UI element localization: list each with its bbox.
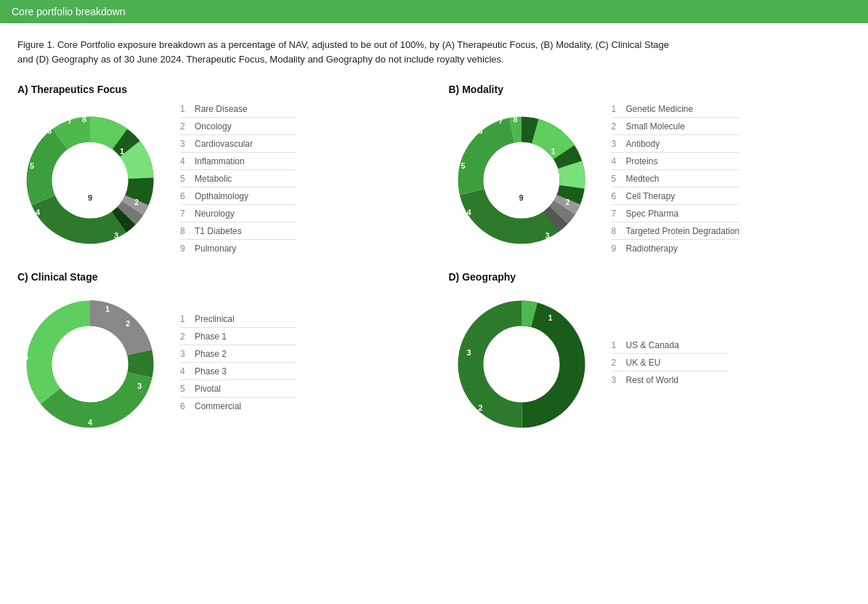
chart-title-a: A) Therapeutics Focus xyxy=(17,84,420,95)
label-c1: 1 xyxy=(105,305,110,313)
label-b9: 9 xyxy=(519,193,523,202)
legend-item: 3 Rest of World xyxy=(612,375,728,388)
label-a3: 3 xyxy=(114,231,118,240)
legend-item: 9 Radiotherapy xyxy=(612,243,740,257)
legend-item: 6 Opthalmology xyxy=(180,191,296,205)
svg-point-30 xyxy=(484,326,559,402)
header-title: Core portfolio breakdown xyxy=(12,6,125,17)
legend-item: 4 Inflammation xyxy=(180,156,296,170)
label-b1: 1 xyxy=(551,147,555,156)
label-a6: 6 xyxy=(47,126,52,135)
donut-c: 1 2 3 4 5 6 xyxy=(17,291,163,437)
section-geography: D) Geography 1 2 3 xyxy=(449,271,851,437)
chart-title-d: D) Geography xyxy=(449,271,851,283)
legend-a: 1 Rare Disease 2 Oncology 3 Cardiovascul… xyxy=(180,104,296,257)
legend-item: 1 US & Canada xyxy=(612,340,728,354)
donut-svg-a xyxy=(17,108,163,253)
legend-item: 6 Commercial xyxy=(180,401,296,414)
label-b2: 2 xyxy=(565,198,569,206)
label-a2: 2 xyxy=(134,198,139,206)
donut-svg-b xyxy=(449,108,594,253)
legend-item: 4 Phase 3 xyxy=(180,366,296,380)
chart-row-b: 1 2 3 4 5 6 7 8 9 1 Genetic Medicine xyxy=(449,104,851,257)
label-a4: 4 xyxy=(36,208,40,217)
legend-item: 5 Medtech xyxy=(612,174,740,188)
section-clinical-stage: C) Clinical Stage xyxy=(17,271,420,437)
label-d1: 1 xyxy=(548,313,552,322)
section-therapeutics: A) Therapeutics Focus xyxy=(17,84,420,257)
legend-item: 2 Oncology xyxy=(180,121,296,135)
legend-item: 3 Phase 2 xyxy=(180,349,296,363)
donut-svg-d xyxy=(449,291,594,437)
legend-item: 6 Cell Therapy xyxy=(612,191,740,205)
legend-item: 2 Phase 1 xyxy=(180,331,296,345)
label-a9: 9 xyxy=(88,193,92,202)
legend-item: 3 Antibody xyxy=(612,139,740,153)
label-b7: 7 xyxy=(498,116,503,125)
legend-item: 1 Preclinical xyxy=(180,314,296,328)
label-c6: 6 xyxy=(24,353,28,361)
legend-item: 8 T1 Diabetes xyxy=(180,226,296,240)
legend-item: 2 UK & EU xyxy=(612,358,728,371)
section-modality: B) Modality xyxy=(449,84,851,257)
label-c3: 3 xyxy=(137,382,142,390)
label-d3: 3 xyxy=(466,348,471,357)
label-b6: 6 xyxy=(478,126,482,135)
svg-point-9 xyxy=(52,142,128,218)
label-b8: 8 xyxy=(513,115,517,124)
label-b5: 5 xyxy=(461,161,465,170)
label-a5: 5 xyxy=(30,161,34,170)
label-a1: 1 xyxy=(120,147,124,156)
label-b3: 3 xyxy=(545,231,549,240)
legend-item: 5 Pivotal xyxy=(180,384,296,398)
charts-grid: A) Therapeutics Focus xyxy=(17,84,851,437)
label-c5: 5 xyxy=(27,392,31,400)
label-a7: 7 xyxy=(68,116,72,125)
legend-item: 7 Spec Pharma xyxy=(612,209,740,222)
label-d2: 2 xyxy=(478,403,482,412)
legend-item: 1 Rare Disease xyxy=(180,104,296,118)
legend-item: 2 Small Molecule xyxy=(612,121,740,135)
chart-row-c: 1 2 3 4 5 6 1 Preclinical 2 Phase 1 xyxy=(17,291,420,437)
legend-b: 1 Genetic Medicine 2 Small Molecule 3 An… xyxy=(612,104,740,257)
legend-item: 3 Cardiovascular xyxy=(180,139,296,153)
header-bar: Core portfolio breakdown xyxy=(0,0,868,23)
legend-item: 8 Targeted Protein Degradation xyxy=(612,226,740,240)
legend-item: 9 Pulmonary xyxy=(180,243,296,257)
legend-d: 1 US & Canada 2 UK & EU 3 Rest of World xyxy=(612,340,728,388)
main-content: Figure 1. Core Portfolio exposure breakd… xyxy=(0,23,868,451)
legend-c: 1 Preclinical 2 Phase 1 3 Phase 2 4 Phas… xyxy=(180,314,296,414)
legend-item: 5 Metabolic xyxy=(180,174,296,188)
donut-b: 1 2 3 4 5 6 7 8 9 xyxy=(449,108,594,253)
svg-point-19 xyxy=(484,142,559,218)
chart-title-b: B) Modality xyxy=(449,84,851,95)
donut-d: 1 2 3 xyxy=(449,291,594,437)
legend-item: 4 Proteins xyxy=(612,156,740,170)
label-a8: 8 xyxy=(82,115,86,124)
chart-title-c: C) Clinical Stage xyxy=(17,271,420,283)
figure-caption: Figure 1. Core Portfolio exposure breakd… xyxy=(17,38,671,66)
legend-item: 1 Genetic Medicine xyxy=(612,104,740,118)
label-c4: 4 xyxy=(88,418,92,427)
donut-a: 1 2 3 4 5 6 7 8 9 xyxy=(17,108,163,253)
svg-point-26 xyxy=(52,326,128,402)
chart-row-d: 1 2 3 1 US & Canada 2 UK & EU 3 Res xyxy=(449,291,851,437)
donut-svg-c xyxy=(17,291,163,437)
legend-item: 7 Neurology xyxy=(180,209,296,222)
label-c2: 2 xyxy=(126,319,130,328)
chart-row-a: 1 2 3 4 5 6 7 8 9 1 Rare Disease xyxy=(17,104,420,257)
label-b4: 4 xyxy=(466,208,471,217)
